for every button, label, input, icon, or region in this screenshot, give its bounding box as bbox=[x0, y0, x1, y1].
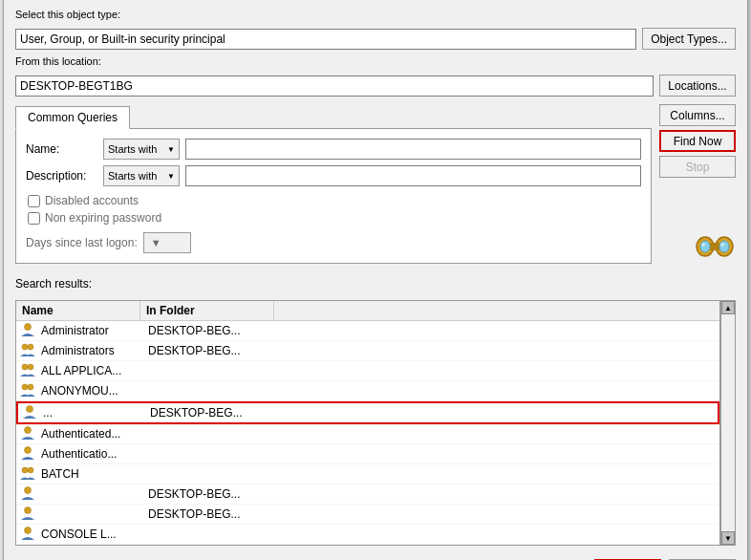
user-icon bbox=[20, 527, 35, 540]
locations-button[interactable]: Locations... bbox=[659, 75, 736, 97]
row-icon bbox=[20, 323, 37, 338]
disabled-accounts-checkbox[interactable] bbox=[28, 195, 40, 207]
days-arrow-icon: ▼ bbox=[151, 237, 161, 248]
columns-button[interactable]: Columns... bbox=[659, 104, 736, 126]
svg-point-5 bbox=[701, 243, 705, 247]
row-icon bbox=[20, 343, 37, 358]
non-expiring-checkbox[interactable] bbox=[28, 212, 40, 225]
disabled-accounts-row: Disabled accounts bbox=[28, 194, 641, 207]
scroll-down-button[interactable]: ▼ bbox=[721, 531, 735, 545]
desc-starts-with-combo[interactable]: Starts with ▼ bbox=[103, 165, 180, 186]
row-icon bbox=[22, 405, 39, 420]
description-label: Description: bbox=[26, 169, 97, 183]
tab-common-queries[interactable]: Common Queries bbox=[15, 106, 130, 129]
results-header: Name In Folder bbox=[16, 301, 719, 321]
location-row: Locations... bbox=[15, 75, 736, 97]
tab-strip: Common Queries bbox=[15, 106, 652, 129]
non-expiring-label: Non expiring password bbox=[45, 211, 161, 225]
user-icon bbox=[20, 486, 35, 500]
user-icon bbox=[20, 323, 35, 336]
svg-point-15 bbox=[25, 427, 32, 434]
row-folder: DESKTOP-BEG... bbox=[148, 487, 240, 501]
row-name: ALL APPLICA... bbox=[41, 364, 148, 377]
col-header-folder[interactable]: In Folder bbox=[140, 301, 274, 320]
table-row[interactable]: DESKTOP-BEG... bbox=[16, 485, 719, 505]
name-starts-with-combo[interactable]: Starts with ▼ bbox=[103, 139, 180, 160]
svg-point-13 bbox=[28, 384, 33, 390]
row-folder: DESKTOP-BEG... bbox=[150, 406, 242, 420]
object-types-button[interactable]: Object Types... bbox=[642, 28, 736, 50]
row-icon bbox=[20, 363, 37, 378]
table-row[interactable]: Authenticatio... bbox=[16, 444, 719, 464]
main-left: Common Queries Name: Starts with ▼ bbox=[15, 102, 652, 264]
results-container[interactable]: Name In Folder Administrator DESKTOP-BEG… bbox=[15, 300, 720, 546]
name-query-input[interactable] bbox=[185, 139, 641, 160]
row-folder: DESKTOP-BEG... bbox=[148, 507, 240, 521]
dialog-body: Select this object type: Object Types...… bbox=[4, 0, 747, 560]
svg-point-19 bbox=[25, 487, 32, 494]
svg-point-16 bbox=[25, 447, 32, 454]
row-name: CONSOLE L... bbox=[41, 528, 148, 541]
svg-point-8 bbox=[22, 344, 28, 350]
desc-query-input[interactable] bbox=[185, 165, 641, 186]
group-icon bbox=[20, 466, 35, 480]
user-icon bbox=[20, 506, 35, 520]
row-folder: DESKTOP-BEG... bbox=[148, 344, 240, 357]
svg-point-14 bbox=[27, 406, 33, 413]
disabled-accounts-label: Disabled accounts bbox=[45, 194, 139, 207]
user-icon bbox=[20, 446, 35, 460]
days-label: Days since last logon: bbox=[26, 236, 138, 249]
stop-button[interactable]: Stop bbox=[659, 156, 736, 178]
group-icon bbox=[20, 343, 35, 356]
svg-point-20 bbox=[25, 507, 32, 514]
search-icon-area bbox=[659, 216, 736, 264]
row-icon bbox=[20, 486, 37, 502]
svg-point-7 bbox=[25, 324, 32, 331]
row-name: ANONYMOU... bbox=[41, 384, 148, 398]
svg-point-12 bbox=[22, 384, 28, 390]
days-combo[interactable]: ▼ bbox=[143, 232, 191, 253]
table-row[interactable]: CONSOLE L... bbox=[16, 525, 719, 545]
object-type-input[interactable] bbox=[15, 29, 636, 50]
table-row[interactable]: Authenticated... bbox=[16, 424, 719, 444]
svg-point-21 bbox=[25, 528, 32, 534]
table-row[interactable]: Administrators DESKTOP-BEG... bbox=[16, 341, 719, 361]
find-now-button[interactable]: Find Now bbox=[659, 130, 736, 152]
name-row: Name: Starts with ▼ bbox=[26, 139, 641, 160]
location-input[interactable] bbox=[15, 75, 654, 97]
name-combo-arrow-icon: ▼ bbox=[167, 145, 175, 154]
user-icon bbox=[22, 405, 37, 419]
col-header-name[interactable]: Name bbox=[16, 301, 140, 320]
table-row[interactable]: Administrator DESKTOP-BEG... bbox=[16, 321, 719, 341]
object-type-row: Object Types... bbox=[15, 28, 736, 50]
row-name: Administrator bbox=[41, 324, 148, 337]
right-buttons-panel: Columns... Find Now Stop bbox=[652, 102, 736, 264]
select-user-dialog: Select User or Group ✕ Select this objec… bbox=[3, 0, 748, 560]
results-list: Administrator DESKTOP-BEG... Administrat… bbox=[16, 321, 719, 545]
search-results-label: Search results: bbox=[15, 277, 736, 291]
desc-combo-arrow-icon: ▼ bbox=[167, 172, 175, 181]
svg-point-11 bbox=[28, 364, 33, 370]
svg-point-18 bbox=[28, 467, 33, 473]
description-row: Description: Starts with ▼ bbox=[26, 165, 641, 186]
table-row[interactable]: ... DESKTOP-BEG... bbox=[16, 401, 719, 424]
row-name: Authenticatio... bbox=[41, 447, 148, 461]
scroll-up-button[interactable]: ▲ bbox=[721, 301, 735, 314]
svg-rect-2 bbox=[710, 243, 719, 250]
group-icon bbox=[20, 383, 35, 397]
row-icon bbox=[20, 446, 37, 462]
table-row[interactable]: ALL APPLICA... bbox=[16, 361, 719, 381]
table-row[interactable]: DESKTOP-BEG... bbox=[16, 505, 719, 525]
row-icon bbox=[20, 426, 37, 442]
user-icon bbox=[20, 426, 35, 440]
group-icon bbox=[20, 363, 35, 377]
table-row[interactable]: ANONYMOU... bbox=[16, 381, 719, 401]
svg-point-9 bbox=[28, 344, 33, 350]
row-icon bbox=[20, 466, 37, 482]
object-type-label: Select this object type: bbox=[15, 9, 736, 20]
days-row: Days since last logon: ▼ bbox=[26, 232, 641, 253]
name-label: Name: bbox=[26, 142, 97, 156]
scrollbar[interactable]: ▲ ▼ bbox=[720, 300, 736, 546]
svg-point-4 bbox=[719, 241, 729, 252]
table-row[interactable]: BATCH bbox=[16, 464, 719, 485]
